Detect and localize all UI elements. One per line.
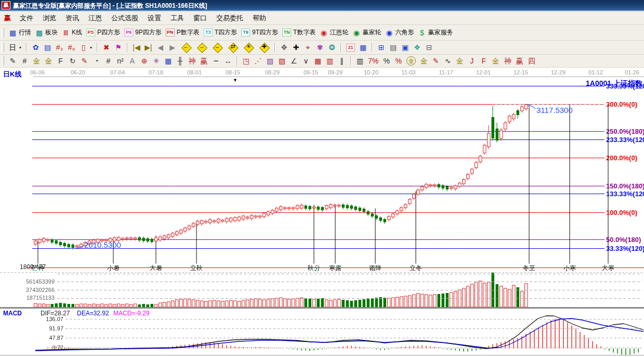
volume-axis-label: 374302266 (26, 287, 55, 293)
solar-term-label: 大暑 (150, 264, 162, 273)
date-tick-label: 01-12 (588, 69, 603, 75)
gann-level-label: 200.0%(0) (606, 154, 637, 162)
macd-indicator-label[interactable]: MACD (3, 310, 22, 317)
volume-axis-label: 561453399 (26, 278, 55, 285)
date-tick-label: 09-15 (304, 69, 318, 75)
macd-axis-label: 3.77 (52, 345, 63, 351)
first-price-label: 2010.5300 (84, 240, 121, 249)
solar-term-label: 立秋 (190, 264, 203, 273)
date-tick-label: 12-29 (551, 69, 566, 75)
date-tick-label: 06-06 (30, 69, 45, 75)
base-price-label: 1809.477 (20, 263, 46, 271)
solar-term-label: 小寒 (563, 264, 576, 273)
period-label: 日K线 (3, 70, 21, 79)
date-tick-label: 07-04 (110, 69, 125, 75)
date-tick-label: 12-01 (476, 69, 491, 75)
gann-level-label: 300.0%(0) (606, 100, 637, 108)
gann-level-label: 233.33%(120) (606, 136, 644, 144)
app-window: 赢 赢家江恩专业版[赢家内部服务平台] - [上证指数 SH1A0001-166… (0, 0, 644, 357)
date-tick-label: 12-15 (514, 69, 528, 75)
date-tick-label: 06-20 (71, 69, 85, 75)
chart-canvas[interactable] (0, 0, 644, 357)
date-tick-label: 08-01 (187, 69, 202, 75)
gann-level-label: 50.0%(180) (606, 236, 641, 244)
gann-level-label: 333.33%(120) (606, 82, 644, 90)
solar-term-label: 立冬 (410, 264, 422, 273)
gann-level-label: 150.0%(180) (606, 182, 644, 190)
date-tick-label: 11-17 (439, 69, 453, 75)
gann-level-label: 33.33%(120) (606, 245, 644, 252)
macd-axis-label: 136.07 (46, 316, 63, 322)
date-tick-label: 09-29 (328, 69, 343, 75)
solar-term-label: 大寒 (602, 264, 614, 273)
macd-hist-value: MACD=-9.29 (113, 310, 150, 317)
macd-axis-label: 91.97 (49, 325, 63, 332)
gann-level-label: 133.33%(120) (606, 190, 644, 198)
macd-dea-value: DEA=32.92 (77, 310, 109, 317)
date-tick-label: 10-20 (364, 69, 378, 75)
macd-axis-label: 47.87 (49, 335, 63, 341)
last-price-label: 3117.5300 (536, 106, 573, 114)
date-tick-label: 08-29 (265, 69, 280, 75)
solar-term-label: 冬至 (523, 264, 535, 273)
date-tick-label: 08-15 (226, 69, 240, 75)
marker-triangle-icon: ▼ (233, 78, 238, 83)
solar-term-label: 秋分 (308, 264, 320, 273)
solar-term-label: 小暑 (107, 264, 120, 273)
date-tick-label: 11-03 (401, 69, 415, 75)
date-tick-label: 07-18 (149, 69, 163, 75)
gann-level-label: 250.0%(180) (606, 128, 644, 135)
gann-level-label: 100.0%(0) (606, 209, 637, 216)
date-tick-label: 01-26 (625, 69, 639, 75)
volume-axis-label: 187151133 (27, 295, 55, 301)
solar-term-label: 寒露 (329, 264, 341, 273)
solar-term-label: 霜降 (369, 264, 382, 273)
